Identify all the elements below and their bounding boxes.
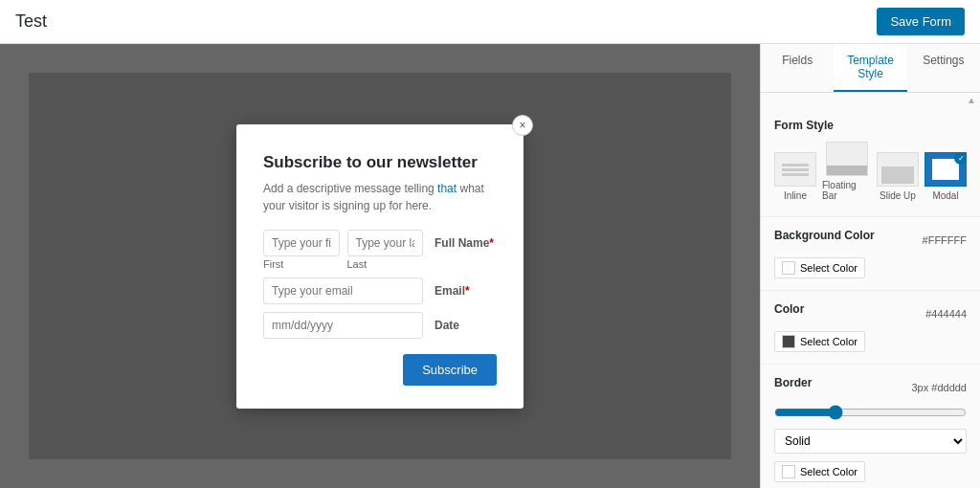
email-input[interactable] (263, 277, 423, 304)
main-layout: × Subscribe to our newsletter Add a desc… (0, 44, 980, 488)
tab-fields[interactable]: Fields (761, 44, 834, 92)
modal-icon: ✓ (924, 152, 967, 187)
email-col (263, 277, 423, 304)
background-color-row: Background Color #FFFFFF (774, 229, 967, 252)
style-option-modal[interactable]: ✓ Modal (924, 152, 967, 201)
inline-label: Inline (784, 190, 807, 201)
style-option-slide-up[interactable]: Slide Up (877, 152, 919, 201)
background-color-value: #FFFFFF (923, 234, 967, 246)
border-color-swatch (782, 465, 795, 478)
color-swatch (782, 335, 795, 348)
page-title: Test (15, 11, 47, 32)
border-style-select[interactable]: Solid None Dashed Dotted (774, 429, 967, 454)
style-options: Inline Floating Bar (774, 142, 967, 201)
full-name-row: First Last Full Name* (263, 230, 497, 270)
background-color-section: Background Color #FFFFFF Select Color (761, 217, 980, 291)
save-form-button[interactable]: Save Form (877, 8, 965, 35)
border-style-row: Solid None Dashed Dotted (774, 429, 967, 454)
email-row: Email* (263, 277, 497, 304)
background-color-button[interactable]: Select Color (774, 257, 865, 278)
scroll-up-indicator: ▲ (761, 93, 980, 107)
form-style-title: Form Style (774, 119, 967, 132)
border-color-button-label: Select Color (800, 466, 858, 477)
inline-icon-visual (775, 153, 815, 186)
floating-bar-icon (826, 142, 868, 176)
slide-up-label: Slide Up (880, 190, 916, 201)
date-input[interactable] (263, 312, 423, 339)
border-slider[interactable] (774, 405, 967, 420)
top-bar: Test Save Form (0, 0, 980, 44)
submit-row: Subscribe (263, 348, 497, 386)
form-style-section: Form Style Inline (761, 107, 980, 217)
border-color-btn-row: Select Color (774, 461, 967, 482)
preview-area: × Subscribe to our newsletter Add a desc… (0, 44, 760, 488)
color-button-label: Select Color (800, 336, 858, 347)
border-label-row: Border 3px #ddddd (774, 376, 967, 399)
date-col (263, 312, 423, 339)
slideup-icon-visual (878, 153, 918, 186)
first-name-input[interactable] (263, 230, 340, 256)
inline-icon (774, 152, 816, 187)
color-row: Color #444444 (774, 302, 967, 325)
modal-label: Modal (932, 190, 958, 201)
color-label: Color (774, 302, 804, 316)
scroll-up-arrow: ▲ (967, 95, 976, 105)
first-label: First (263, 258, 340, 270)
subscribe-button[interactable]: Subscribe (403, 354, 497, 386)
border-color-button[interactable]: Select Color (774, 461, 865, 482)
modal-dialog: × Subscribe to our newsletter Add a desc… (236, 124, 523, 409)
last-name-input[interactable] (347, 230, 424, 256)
last-label: Last (347, 258, 424, 270)
last-name-col: Last (347, 230, 424, 270)
email-required: * (465, 284, 470, 298)
date-row: Date (263, 312, 497, 339)
background-color-label: Background Color (774, 229, 875, 242)
date-field-label: Date (434, 312, 497, 332)
background-color-swatch (782, 261, 795, 275)
style-option-floating-bar[interactable]: Floating Bar (822, 142, 871, 201)
border-value: 3px #ddddd (911, 382, 967, 393)
slide-up-icon (877, 152, 919, 187)
color-section: Color #444444 Select Color (761, 291, 980, 365)
preview-inner: × Subscribe to our newsletter Add a desc… (29, 73, 731, 459)
color-button[interactable]: Select Color (774, 331, 865, 352)
border-section: Border 3px #ddddd Solid None Dashed Dott… (761, 365, 980, 488)
email-field-label: Email* (434, 277, 497, 298)
first-name-col: First (263, 230, 340, 270)
full-name-required: * (489, 236, 494, 250)
panel-tabs: Fields Template Style Settings (761, 44, 980, 93)
background-color-button-label: Select Color (800, 262, 858, 274)
right-panel: Fields Template Style Settings ▲ Form St… (760, 44, 980, 488)
full-name-field-label: Full Name* (434, 230, 497, 250)
color-value: #444444 (925, 308, 967, 320)
style-option-inline[interactable]: Inline (774, 152, 816, 201)
floating-bar-label: Floating Bar (822, 180, 871, 201)
modal-close-button[interactable]: × (512, 115, 533, 136)
tab-template-style[interactable]: Template Style (834, 44, 906, 92)
active-check-badge: ✓ (954, 152, 967, 165)
modal-description: Add a descriptive message telling that w… (263, 180, 497, 214)
border-slider-row (774, 405, 967, 423)
modal-desc-link[interactable]: that (437, 182, 457, 195)
floating-icon-visual (827, 143, 867, 175)
modal-title: Subscribe to our newsletter (263, 153, 497, 172)
tab-settings[interactable]: Settings (907, 44, 980, 92)
border-label: Border (774, 376, 812, 389)
